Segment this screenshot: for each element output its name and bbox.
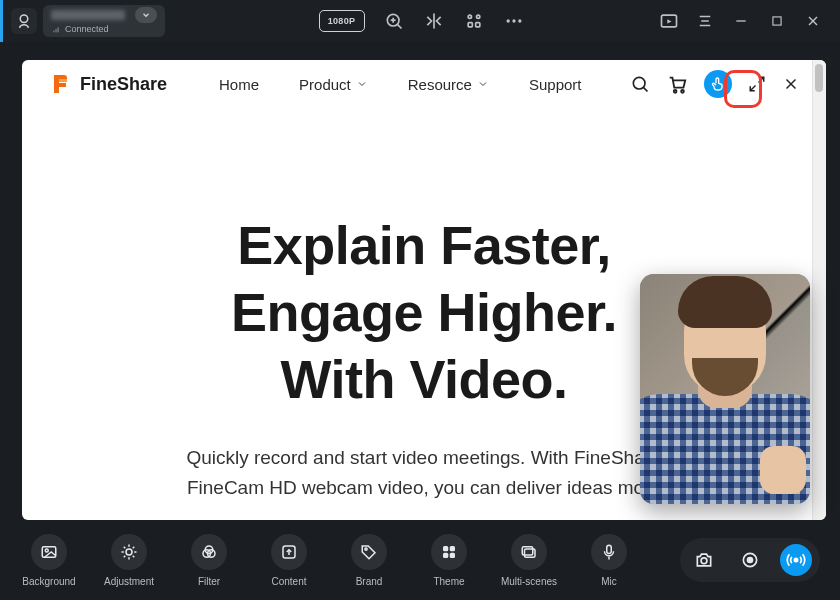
svg-point-56 — [794, 558, 797, 561]
titlebar-right — [658, 10, 832, 32]
webcam-pip[interactable] — [640, 274, 810, 504]
chevron-down-icon — [356, 78, 368, 90]
scrollbar-thumb[interactable] — [815, 64, 823, 92]
svg-rect-48 — [450, 552, 455, 557]
site-header: FineShare Home Product Resource Support — [22, 60, 826, 108]
svg-point-9 — [506, 19, 509, 22]
zoom-in-icon — [384, 11, 404, 31]
control-content-label: Content — [271, 576, 306, 587]
image-icon — [40, 543, 58, 561]
filter-venn-icon — [200, 543, 218, 561]
camera-icon — [694, 550, 714, 570]
signal-icon — [51, 24, 61, 34]
nav-resource[interactable]: Resource — [408, 76, 489, 93]
site-header-actions — [630, 70, 800, 98]
svg-point-10 — [512, 19, 515, 22]
broadcast-icon — [786, 550, 806, 570]
control-multi-scenes[interactable]: Multi-scenes — [500, 534, 558, 587]
control-mic[interactable]: Mic — [580, 534, 638, 587]
nav-home[interactable]: Home — [219, 76, 259, 93]
control-multi-scenes-label: Multi-scenes — [501, 576, 557, 587]
control-theme[interactable]: Theme — [420, 534, 478, 587]
control-adjustment[interactable]: Adjustment — [100, 534, 158, 587]
pip-person-hair — [678, 276, 772, 328]
mirror-icon — [424, 11, 444, 31]
brand-logo-icon — [48, 72, 72, 96]
control-background[interactable]: Background — [20, 534, 78, 587]
svg-rect-18 — [773, 17, 781, 25]
control-content[interactable]: Content — [260, 534, 318, 587]
svg-point-5 — [468, 15, 471, 18]
svg-rect-29 — [42, 546, 56, 557]
user-account-chip[interactable]: Connected — [43, 5, 165, 37]
svg-rect-47 — [443, 552, 448, 557]
pip-icon — [659, 11, 679, 31]
svg-line-22 — [643, 87, 647, 91]
panel-button[interactable] — [694, 10, 716, 32]
control-theme-label: Theme — [433, 576, 464, 587]
nav-support-label: Support — [529, 76, 582, 93]
svg-line-36 — [124, 546, 126, 548]
scene-controls: Background Adjustment Filter Content Bra… — [20, 534, 638, 587]
close-embed-button[interactable] — [782, 75, 800, 93]
svg-point-30 — [45, 549, 48, 552]
chevron-down-icon — [141, 10, 151, 20]
maximize-button[interactable] — [766, 10, 788, 32]
scenes-icon — [520, 543, 538, 561]
control-brand[interactable]: Brand — [340, 534, 398, 587]
zoom-in-button[interactable] — [383, 10, 405, 32]
svg-line-38 — [133, 546, 135, 548]
close-window-button[interactable] — [802, 10, 824, 32]
brightness-icon — [120, 543, 138, 561]
control-brand-label: Brand — [356, 576, 383, 587]
svg-rect-46 — [450, 546, 455, 551]
resolution-badge[interactable]: 1080P — [319, 10, 365, 32]
record-icon — [740, 550, 760, 570]
control-filter[interactable]: Filter — [180, 534, 238, 587]
svg-point-0 — [20, 15, 28, 23]
control-mic-label: Mic — [601, 576, 617, 587]
svg-point-24 — [681, 90, 684, 93]
svg-point-53 — [701, 558, 707, 564]
svg-line-39 — [124, 555, 126, 557]
nav-support[interactable]: Support — [529, 76, 582, 93]
record-button[interactable] — [734, 544, 766, 576]
snapshot-button[interactable] — [688, 544, 720, 576]
webcam-toggle[interactable] — [11, 8, 37, 34]
nav-product-label: Product — [299, 76, 351, 93]
svg-rect-45 — [443, 546, 448, 551]
nav-product[interactable]: Product — [299, 76, 368, 93]
pip-button[interactable] — [658, 10, 680, 32]
titlebar-left: Connected — [11, 5, 165, 37]
tag-icon — [360, 543, 378, 561]
theme-grid-icon — [440, 543, 458, 561]
layout-button[interactable] — [463, 10, 485, 32]
stage-area: FineShare Home Product Resource Support — [0, 42, 840, 520]
svg-point-6 — [476, 15, 479, 18]
site-brand[interactable]: FineShare — [48, 72, 167, 96]
hero-line-1: Explain Faster, — [52, 212, 796, 279]
svg-point-44 — [365, 547, 367, 549]
more-button[interactable] — [503, 10, 525, 32]
tutorial-highlight — [724, 70, 762, 108]
stream-button[interactable] — [780, 544, 812, 576]
close-icon — [805, 13, 821, 29]
control-adjustment-label: Adjustment — [104, 576, 154, 587]
svg-marker-13 — [667, 19, 671, 23]
close-icon — [782, 75, 800, 93]
chevron-down-icon — [477, 78, 489, 90]
user-name-redacted — [51, 10, 125, 20]
layout-grid-icon — [464, 11, 484, 31]
cart-icon — [666, 73, 688, 95]
site-cart-button[interactable] — [666, 73, 688, 95]
site-search-button[interactable] — [630, 74, 650, 94]
account-dropdown[interactable] — [135, 7, 157, 23]
svg-point-55 — [748, 558, 753, 563]
pip-person-hand — [760, 446, 806, 494]
svg-rect-8 — [475, 23, 479, 27]
minimize-button[interactable] — [730, 10, 752, 32]
upload-icon — [280, 543, 298, 561]
mirror-button[interactable] — [423, 10, 445, 32]
svg-point-21 — [633, 77, 645, 89]
svg-rect-7 — [468, 23, 472, 27]
